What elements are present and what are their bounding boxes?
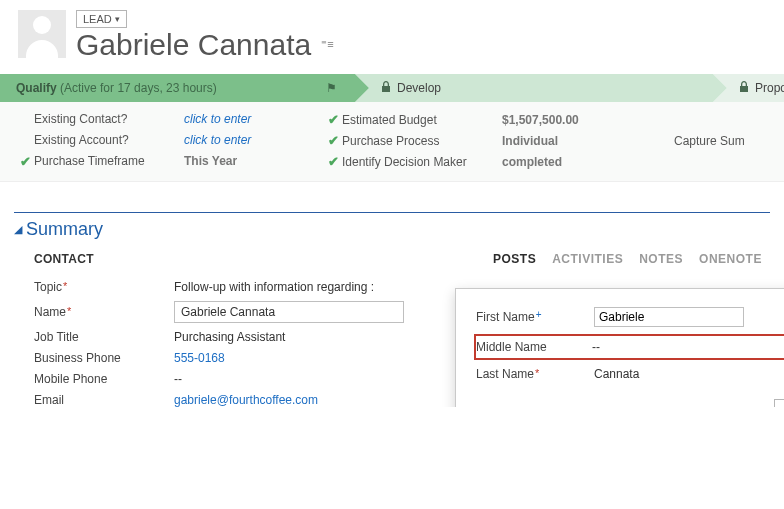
title-action-icon[interactable]: ⁼≡: [321, 38, 333, 51]
last-name-label: Last Name: [476, 367, 594, 381]
last-name-value[interactable]: Cannata: [594, 367, 784, 381]
tab-onenote[interactable]: ONENOTE: [699, 252, 762, 266]
mobile-phone-label: Mobile Phone: [34, 372, 174, 386]
field-value[interactable]: completed: [502, 155, 652, 169]
field-value[interactable]: This Year: [184, 154, 324, 168]
entity-label: LEAD: [83, 13, 112, 25]
tab-notes[interactable]: NOTES: [639, 252, 683, 266]
middle-name-row-highlight: Middle Name --: [474, 334, 784, 360]
first-name-label: First Name: [476, 310, 594, 324]
name-label: Name: [34, 305, 174, 319]
field-value[interactable]: $1,507,500.00: [502, 113, 652, 127]
field-label: Purchase Process: [342, 134, 502, 148]
jobtitle-value[interactable]: Purchasing Assistant: [174, 330, 424, 344]
name-input[interactable]: [174, 301, 404, 323]
field-label: Existing Contact?: [34, 112, 184, 126]
section-label: Summary: [26, 219, 103, 240]
summary-body: CONTACT Topic Follow-up with information…: [0, 240, 784, 407]
field-label: Estimated Budget: [342, 113, 502, 127]
contact-heading: CONTACT: [34, 252, 485, 266]
middle-name-value[interactable]: --: [592, 340, 784, 354]
mobile-phone-value[interactable]: --: [174, 372, 424, 386]
triangle-collapse-icon: ◢: [14, 223, 22, 236]
business-phone-label: Business Phone: [34, 351, 174, 365]
contact-block: CONTACT Topic Follow-up with information…: [30, 252, 485, 407]
section-separator: [14, 212, 770, 213]
middle-name-label: Middle Name: [476, 340, 592, 354]
stage-name: Qualify: [16, 81, 57, 95]
tab-activities[interactable]: ACTIVITIES: [552, 252, 623, 266]
field-label: Capture Sum: [674, 134, 784, 148]
qualify-fields: Existing Contact? click to enter Existin…: [16, 112, 324, 169]
name-field-cell: [174, 301, 424, 323]
tabs-row: POSTS ACTIVITIES NOTES ONENOTE: [493, 252, 770, 266]
page-title: Gabriele Cannata: [76, 30, 311, 60]
entity-selector[interactable]: LEAD ▾: [76, 10, 127, 28]
flag-icon[interactable]: ⚑: [326, 81, 337, 95]
name-flyout: First Name Middle Name -- Last Name Cann…: [455, 288, 784, 407]
develop-fields: ✔ Estimated Budget $1,507,500.00 ✔ Purch…: [324, 112, 652, 169]
stage-name: Develop: [397, 81, 441, 95]
avatar: [18, 10, 66, 58]
field-value[interactable]: Individual: [502, 134, 652, 148]
first-name-input[interactable]: [594, 307, 744, 327]
topic-label: Topic: [34, 280, 174, 294]
propose-fields: Capture Sum: [652, 112, 784, 169]
caret-down-icon: ▾: [115, 14, 120, 24]
field-value-link[interactable]: click to enter: [184, 133, 324, 147]
stage-qualify[interactable]: Qualify (Active for 17 days, 23 hours) ⚑: [0, 74, 355, 102]
section-toggle-summary[interactable]: ◢ Summary: [0, 219, 784, 240]
process-details: Existing Contact? click to enter Existin…: [0, 102, 784, 182]
check-icon: ✔: [324, 133, 342, 148]
lock-icon: [381, 81, 391, 95]
tab-posts[interactable]: POSTS: [493, 252, 536, 266]
check-icon: ✔: [324, 112, 342, 127]
check-icon: ✔: [324, 154, 342, 169]
check-icon: ✔: [16, 154, 34, 169]
record-header: LEAD ▾ Gabriele Cannata ⁼≡: [0, 0, 784, 74]
process-bar: Qualify (Active for 17 days, 23 hours) ⚑…: [0, 74, 784, 102]
lock-icon: [739, 81, 749, 95]
email-value[interactable]: gabriele@fourthcoffee.com: [174, 393, 424, 407]
email-label: Email: [34, 393, 174, 407]
social-tabs-block: POSTS ACTIVITIES NOTES ONENOTE First Nam…: [485, 252, 770, 407]
stage-duration: (Active for 17 days, 23 hours): [60, 81, 217, 95]
done-button[interactable]: Done: [774, 399, 784, 407]
field-label: Identify Decision Maker: [342, 155, 502, 169]
jobtitle-label: Job Title: [34, 330, 174, 344]
field-label: Purchase Timeframe: [34, 154, 184, 168]
stage-name: Propose: [755, 81, 784, 95]
business-phone-value[interactable]: 555-0168: [174, 351, 424, 365]
topic-value[interactable]: Follow-up with information regarding :: [174, 280, 424, 294]
field-label: Existing Account?: [34, 133, 184, 147]
field-value-link[interactable]: click to enter: [184, 112, 324, 126]
stage-develop[interactable]: Develop: [355, 74, 713, 102]
